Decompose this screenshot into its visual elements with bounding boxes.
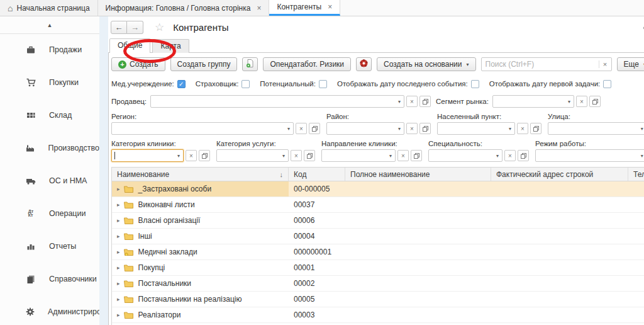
open-field-button[interactable] [199, 150, 210, 161]
sidebar-item-operations[interactable]: ДтКт Операции [0, 207, 99, 220]
more-button[interactable]: Еще▾ [617, 57, 644, 71]
expand-icon[interactable]: ▸ [117, 233, 120, 239]
dropdown-arrow-icon[interactable]: ▾ [174, 153, 183, 159]
clinic-category-field[interactable]: ▾ [111, 149, 184, 162]
forward-button[interactable]: → [127, 21, 143, 34]
dropdown-arrow-icon[interactable]: ▾ [638, 126, 644, 132]
open-field-button[interactable] [309, 123, 320, 134]
opendatabot-button[interactable]: Опендатабот. Ризики [263, 57, 351, 71]
tab-home-page[interactable]: ⌂ Начальная страница [0, 0, 98, 16]
table-row[interactable]: ▸Медичні заклади 000000001 [112, 244, 644, 260]
sidebar-item-catalogs[interactable]: Справочники [0, 272, 99, 286]
checkbox-checked-icon[interactable]: ✓ [177, 80, 186, 88]
collapse-panel-button[interactable]: ▲ [0, 16, 99, 34]
open-field-button[interactable] [419, 96, 431, 107]
clear-search-icon[interactable]: × [599, 60, 611, 68]
sidebar-item-reports[interactable]: Отчеты [0, 239, 99, 253]
expand-icon[interactable]: ▸ [117, 296, 120, 302]
expand-icon[interactable]: ▸ [117, 280, 120, 287]
seller-field[interactable]: ▾ [150, 95, 404, 108]
table-row[interactable]: ▸Постачальники на реалізацію 00005 [112, 292, 644, 307]
clear-field-button[interactable]: × [504, 150, 516, 161]
column-code[interactable]: Код [289, 168, 345, 181]
new-document-button[interactable] [242, 57, 258, 71]
tab-kontragenty[interactable]: Контрагенты × [269, 0, 340, 16]
clear-field-button[interactable]: × [397, 150, 409, 161]
dropdown-arrow-icon[interactable]: ▾ [506, 126, 514, 132]
dropdown-arrow-icon[interactable]: ▾ [395, 126, 404, 132]
checkbox-icon[interactable] [242, 80, 250, 88]
table-row[interactable]: ▸Постачальники 00002 [112, 276, 644, 292]
back-button[interactable]: ← [111, 21, 127, 34]
checkbox-icon[interactable] [471, 80, 479, 88]
favorite-star-icon[interactable]: ☆ [155, 21, 164, 34]
checkbox-insurer[interactable]: Страховщик: [196, 80, 250, 88]
dropdown-arrow-icon[interactable]: ▾ [284, 126, 293, 132]
settlement-field[interactable]: ▾ [437, 122, 515, 135]
dropdown-arrow-icon[interactable]: ▾ [386, 153, 395, 159]
service-category-field[interactable]: ▾ [216, 149, 289, 162]
expand-icon[interactable]: ▸ [117, 249, 120, 255]
clear-field-button[interactable]: × [406, 96, 418, 107]
region-field[interactable]: ▾ [111, 122, 294, 135]
open-field-button[interactable] [518, 150, 529, 161]
sidebar-item-fixed-assets[interactable]: ОС и НМА [0, 174, 99, 188]
close-icon[interactable]: × [328, 3, 332, 11]
dropdown-arrow-icon[interactable]: ▾ [565, 99, 574, 105]
column-name[interactable]: Наименование ↓ [112, 168, 289, 181]
table-row[interactable]: ▸Виконавчі листи 00037 [112, 197, 644, 213]
create-based-on-button[interactable]: Создать на основании▾ [377, 57, 476, 71]
table-row[interactable]: ▸Інші 00004 [112, 229, 644, 244]
checkbox-icon[interactable] [319, 80, 327, 88]
column-phone[interactable]: Телефон [628, 168, 644, 181]
tab-map[interactable]: Карта [152, 39, 189, 53]
specialty-field[interactable]: ▾ [428, 149, 502, 162]
dropdown-arrow-icon[interactable]: ▾ [638, 153, 644, 159]
table-row[interactable]: ▸Покупці 00001 [112, 260, 644, 276]
checkbox-first-task-date[interactable]: Отображать дату первой задачи: [489, 80, 612, 88]
open-field-button[interactable] [304, 150, 315, 161]
sort-descending-icon[interactable]: ↓ [280, 171, 284, 178]
expand-icon[interactable]: ▸ [117, 186, 120, 192]
checkbox-icon[interactable] [603, 80, 611, 88]
column-address[interactable]: Фактический адрес строкой [491, 168, 628, 181]
open-field-button[interactable] [411, 150, 422, 161]
checkbox-med-institution[interactable]: Мед.учереждение: ✓ [111, 80, 186, 88]
expand-icon[interactable]: ▸ [117, 217, 120, 224]
district-field[interactable]: ▾ [326, 122, 404, 135]
clear-field-button[interactable]: × [576, 96, 587, 107]
clear-field-button[interactable]: × [517, 123, 528, 134]
street-field[interactable]: ▾ [548, 122, 644, 135]
sidebar-item-purchases[interactable]: Покупки [0, 76, 99, 89]
dropdown-arrow-icon[interactable]: ▾ [279, 153, 288, 159]
expand-icon[interactable]: ▸ [117, 265, 120, 271]
open-field-button[interactable] [419, 123, 431, 134]
open-field-button[interactable] [589, 96, 601, 107]
sidebar-item-production[interactable]: Производство [0, 141, 99, 155]
work-mode-field[interactable]: ▾ [535, 149, 644, 162]
table-row[interactable]: ▸Реалізатори 00003 [112, 307, 644, 323]
checkbox-last-event-date[interactable]: Отображать дату последнего события: [337, 80, 479, 88]
clear-field-button[interactable]: × [406, 123, 418, 134]
create-group-button[interactable]: Создать группу [170, 57, 238, 71]
column-full-name[interactable]: Полное наименование [345, 168, 491, 181]
table-row[interactable]: ▸_Застраховані особи 00-000005 [112, 181, 644, 197]
search-input[interactable] [482, 60, 599, 69]
clinic-direction-field[interactable]: ▾ [321, 149, 396, 162]
dropdown-arrow-icon[interactable]: ▾ [493, 153, 502, 159]
clear-field-button[interactable]: × [291, 150, 302, 161]
table-row[interactable]: ▸Власні організації 00006 [112, 213, 644, 229]
open-field-button[interactable] [530, 123, 541, 134]
sidebar-item-administration[interactable]: Администрирование [0, 305, 99, 319]
sidebar-item-warehouse[interactable]: Склад [0, 108, 99, 122]
checkbox-potential[interactable]: Потенциальный: [260, 80, 327, 88]
clear-field-button[interactable]: × [296, 123, 307, 134]
market-segment-field[interactable]: ▾ [492, 95, 574, 108]
tab-general[interactable]: Общие [109, 38, 150, 53]
opendatabot-icon-button[interactable] [356, 57, 372, 71]
close-icon[interactable]: × [257, 4, 261, 13]
create-button[interactable]: + Создать [111, 57, 165, 71]
dropdown-arrow-icon[interactable]: ▾ [395, 99, 404, 105]
clear-field-button[interactable]: × [186, 150, 197, 161]
tab-information[interactable]: Информация: Головна / Головна сторінка × [98, 0, 270, 16]
